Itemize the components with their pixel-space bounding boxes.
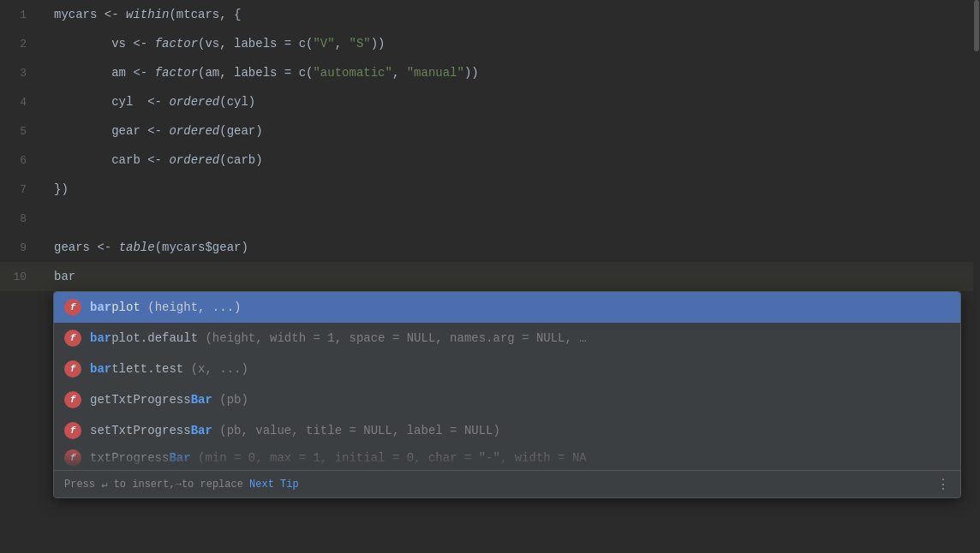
- ac-rest-5: txtProgress: [90, 451, 169, 465]
- line-gutter-10: 10: [0, 271, 47, 283]
- scrollbar-thumb[interactable]: [974, 0, 979, 51]
- ac-rest-prefix-4: setTxtProgress: [90, 424, 191, 437]
- line-number-3: 3: [0, 67, 40, 80]
- ac-params-1: (height, width = 1, space = NULL, names.…: [198, 331, 587, 345]
- function-icon-0: f: [64, 299, 81, 316]
- autocomplete-text-1: barplot.default (height, width = 1, spac…: [90, 331, 587, 345]
- line-number-9: 9: [0, 241, 40, 254]
- ac-params-4: (pb, value, title = NULL, label = NULL): [212, 424, 500, 437]
- ac-rest-1: plot.default: [111, 331, 198, 345]
- code-line-2: 2 vs <- factor(vs, labels = c("V", "S")): [0, 29, 980, 58]
- line-gutter-8: 8: [0, 212, 47, 225]
- line-number-1: 1: [0, 9, 40, 21]
- line-gutter-7: ⊟ 7: [0, 183, 47, 196]
- line-gutter-4: 4: [0, 96, 47, 109]
- autocomplete-item-1[interactable]: f barplot.default (height, width = 1, sp…: [54, 323, 960, 354]
- ac-params-2: (x, ...): [183, 362, 248, 376]
- line-content-9: gears <- table(mycars$gear): [47, 233, 248, 262]
- autocomplete-item-2[interactable]: f bartlett.test (x, ...): [54, 354, 960, 384]
- ac-match-0: bar: [90, 300, 111, 314]
- ac-insert-key: ↵: [95, 478, 114, 491]
- function-icon-4: f: [64, 422, 81, 439]
- ac-params-0: (height, ...): [140, 300, 242, 314]
- ac-replace-text: to replace: [182, 479, 243, 491]
- editor-container: ⊟ 1 mycars <- within(mtcars, { 2 vs <- f…: [0, 0, 980, 553]
- ac-params-5: (min = 0, max = 1, initial = 0, char = "…: [191, 451, 587, 465]
- autocomplete-item-0[interactable]: f barplot (height, ...): [54, 292, 960, 323]
- line-number-2: 2: [0, 38, 40, 51]
- line-number-10: 10: [0, 271, 40, 283]
- code-line-5: 5 gear <- ordered(gear): [0, 116, 980, 146]
- autocomplete-dropdown: f barplot (height, ...) f barplot.defaul…: [53, 291, 961, 498]
- ac-rest-0: plot: [111, 300, 140, 314]
- autocomplete-item-4[interactable]: f setTxtProgressBar (pb, value, title = …: [54, 415, 960, 446]
- ac-match-3: Bar: [191, 393, 212, 407]
- line-gutter-5: 5: [0, 125, 47, 138]
- line-content-1: mycars <- within(mtcars, {: [47, 0, 241, 29]
- ac-rest-prefix-3: getTxtProgress: [90, 393, 191, 407]
- line-number-4: 4: [0, 96, 40, 109]
- ac-press-text: Press: [64, 479, 95, 491]
- autocomplete-text-4: setTxtProgressBar (pb, value, title = NU…: [90, 424, 500, 437]
- code-line-10: 10 bar: [0, 262, 980, 291]
- line-content-7: }): [47, 175, 69, 204]
- line-content-2: vs <- factor(vs, labels = c("V", "S")): [47, 29, 385, 58]
- autocomplete-status-bar: Press ↵ to insert, → to replace Next Tip…: [54, 470, 960, 497]
- function-icon-1: f: [64, 330, 81, 347]
- line-content-10: bar: [47, 262, 75, 291]
- function-icon-5: f: [64, 449, 81, 467]
- line-gutter-2: 2: [0, 38, 47, 51]
- code-line-4: 4 cyl <- ordered(cyl): [0, 87, 980, 116]
- code-line-3: 3 am <- factor(am, labels = c("automatic…: [0, 58, 980, 87]
- code-line-1: ⊟ 1 mycars <- within(mtcars, {: [0, 0, 980, 29]
- autocomplete-text-2: bartlett.test (x, ...): [90, 362, 248, 376]
- line-content-6: carb <- ordered(carb): [47, 146, 263, 175]
- code-line-6: 6 carb <- ordered(carb): [0, 146, 980, 175]
- line-gutter-3: 3: [0, 67, 47, 80]
- autocomplete-text-0: barplot (height, ...): [90, 300, 241, 314]
- ac-status-left: Press ↵ to insert, → to replace Next Tip: [64, 478, 299, 491]
- line-gutter-9: 9: [0, 241, 47, 254]
- ac-more-options[interactable]: ⋮: [936, 476, 950, 493]
- vertical-scrollbar[interactable]: [973, 0, 980, 553]
- line-number-7: 7: [0, 183, 40, 196]
- code-line-9: 9 gears <- table(mycars$gear): [0, 233, 980, 262]
- more-options-icon: ⋮: [936, 478, 950, 493]
- ac-match-5: Bar: [169, 451, 190, 465]
- code-line-7: ⊟ 7 }): [0, 175, 980, 204]
- autocomplete-text-5: txtProgressBar (min = 0, max = 1, initia…: [90, 451, 587, 465]
- ac-match-4: Bar: [191, 424, 212, 437]
- line-content-5: gear <- ordered(gear): [47, 116, 263, 146]
- line-content-3: am <- factor(am, labels = c("automatic",…: [47, 58, 479, 87]
- ac-rest-2: tlett.test: [111, 362, 183, 376]
- code-line-8: 8: [0, 204, 980, 233]
- function-icon-3: f: [64, 391, 81, 408]
- line-number-6: 6: [0, 154, 40, 167]
- line-gutter-6: 6: [0, 154, 47, 167]
- ac-match-1: bar: [90, 331, 111, 345]
- autocomplete-item-3[interactable]: f getTxtProgressBar (pb): [54, 384, 960, 415]
- autocomplete-text-3: getTxtProgressBar (pb): [90, 393, 248, 407]
- ac-insert-text: to insert,: [114, 479, 176, 491]
- line-number-5: 5: [0, 125, 40, 138]
- line-number-8: 8: [0, 212, 40, 225]
- ac-replace-key: →: [176, 479, 182, 491]
- function-icon-2: f: [64, 360, 81, 378]
- line-gutter-1: ⊟ 1: [0, 9, 47, 21]
- ac-next-tip-button[interactable]: Next Tip: [249, 479, 299, 491]
- autocomplete-item-5[interactable]: f txtProgressBar (min = 0, max = 1, init…: [54, 446, 960, 470]
- line-content-4: cyl <- ordered(cyl): [47, 87, 255, 116]
- ac-params-3: (pb): [212, 393, 248, 407]
- ac-match-2: bar: [90, 362, 111, 376]
